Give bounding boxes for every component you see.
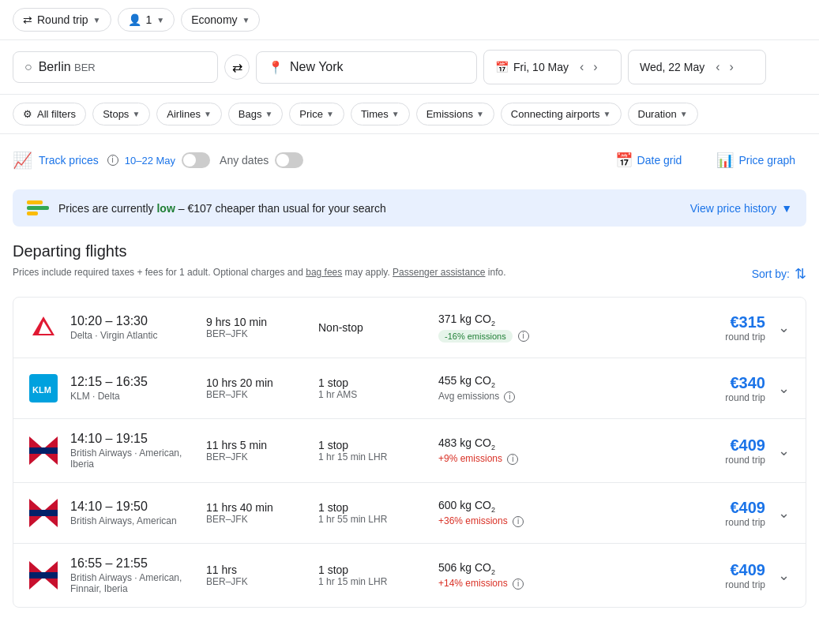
route-text: BER–JFK (206, 514, 309, 525)
times-chevron-icon: ▼ (392, 110, 400, 118)
expand-flight-button[interactable]: ⌄ (775, 501, 793, 525)
route-text: BER–JFK (206, 451, 309, 462)
flight-row[interactable]: 14:10 – 19:15 British Airways · American… (13, 419, 806, 483)
destination-input[interactable]: 📍 New York (256, 51, 477, 84)
person-icon: 👤 (128, 13, 141, 26)
return-date-input[interactable]: Wed, 22 May ‹ › (628, 50, 766, 84)
price-filter-label: Price (299, 108, 323, 120)
expand-flight-button[interactable]: ⌄ (775, 316, 793, 339)
flight-emissions: 455 kg CO2 Avg emissions i (438, 374, 565, 403)
flight-times: 14:10 – 19:15 British Airways · American… (70, 432, 197, 470)
trending-icon: 📈 (13, 151, 32, 170)
flight-emissions: 506 kg CO2 +14% emissions i (438, 561, 565, 590)
cabin-chevron-icon: ▼ (242, 16, 250, 24)
airline-logo (26, 310, 61, 345)
emissions-info-icon[interactable]: i (518, 331, 529, 342)
swap-icon: ⇄ (23, 13, 32, 26)
price-graph-label: Price graph (738, 154, 795, 167)
view-price-history-button[interactable]: View price history ▼ (690, 202, 792, 215)
emissions-info-icon[interactable]: i (504, 391, 515, 402)
flight-row[interactable]: 16:55 – 21:55 British Airways · American… (13, 544, 806, 607)
flight-row[interactable]: 10:20 – 13:30 Delta · Virgin Atlantic 9 … (13, 298, 806, 358)
airlines-filter-button[interactable]: Airlines ▼ (156, 103, 222, 125)
round-trip-button[interactable]: ⇄ Round trip ▼ (13, 8, 111, 32)
stops-filter-button[interactable]: Stops ▼ (92, 103, 150, 125)
emissions-badge: -16% emissions (438, 330, 513, 343)
flight-time-range: 10:20 – 13:30 (70, 314, 197, 328)
stops-text: 1 stop (318, 376, 429, 389)
any-dates-toggle[interactable] (275, 152, 303, 168)
emissions-high: +36% emissions i (438, 515, 565, 527)
duration-filter-label: Duration (638, 108, 677, 120)
price-amount: €315 (678, 313, 765, 331)
times-filter-button[interactable]: Times ▼ (351, 103, 410, 125)
connecting-airports-filter-label: Connecting airports (511, 108, 600, 120)
emissions-text: 483 kg CO2 (438, 436, 565, 451)
airline-name: British Airways · American, Iberia (70, 447, 197, 470)
layover-text: 1 hr 15 min LHR (318, 451, 429, 462)
airline-name: KLM · Delta (70, 391, 197, 402)
bag-fees-link[interactable]: bag fees (306, 267, 342, 278)
flight-row[interactable]: 14:10 – 19:50 British Airways, American … (13, 483, 806, 544)
depart-date-input[interactable]: 📅 Fri, 10 May ‹ › (483, 50, 622, 84)
emissions-info-icon[interactable]: i (513, 516, 524, 527)
depart-prev-button[interactable]: ‹ (577, 58, 587, 76)
swap-airports-button[interactable]: ⇄ (224, 54, 250, 80)
stops-text: 1 stop (318, 564, 429, 576)
price-indicator-icon (27, 200, 49, 215)
layover-text: 1 hr AMS (318, 389, 429, 400)
expand-flight-button[interactable]: ⌄ (775, 439, 793, 462)
price-graph-button[interactable]: 📊 Price graph (705, 145, 806, 175)
destination-value: New York (290, 60, 344, 74)
price-label: round trip (678, 392, 765, 403)
return-next-button[interactable]: › (727, 58, 737, 76)
departing-subtext: Prices include required taxes + fees for… (13, 267, 506, 278)
track-prices-toggle[interactable] (182, 152, 210, 168)
emissions-avg: Avg emissions i (438, 391, 565, 402)
passengers-chevron-icon: ▼ (156, 16, 164, 24)
layover-text: 1 hr 55 min LHR (318, 514, 429, 525)
flight-stops: 1 stop 1 hr 55 min LHR (318, 501, 429, 525)
expand-flight-button[interactable]: ⌄ (775, 564, 793, 587)
duration-filter-button[interactable]: Duration ▼ (628, 103, 698, 125)
passengers-button[interactable]: 👤 1 ▼ (118, 8, 175, 32)
destination-pin-icon: 📍 (268, 60, 284, 75)
price-filter-button[interactable]: Price ▼ (289, 103, 344, 125)
flight-time-range: 16:55 – 21:55 (70, 556, 197, 571)
depart-next-button[interactable]: › (590, 58, 600, 76)
co2-sub: 2 (491, 380, 495, 388)
connecting-airports-filter-button[interactable]: Connecting airports ▼ (501, 103, 622, 125)
emissions-info-icon[interactable]: i (507, 454, 518, 465)
flight-stops: 1 stop 1 hr AMS (318, 376, 429, 400)
stops-text: 1 stop (318, 501, 429, 514)
date-grid-button[interactable]: 📅 Date grid (604, 145, 693, 175)
passengers-label: 1 (146, 13, 152, 26)
sort-by-label: Sort by: (752, 268, 790, 280)
return-prev-button[interactable]: ‹ (712, 58, 723, 76)
track-info-icon[interactable]: i (107, 155, 118, 166)
emissions-filter-button[interactable]: Emissions ▼ (416, 103, 494, 125)
return-date-value: Wed, 22 May (640, 61, 704, 73)
emissions-info-icon[interactable]: i (513, 578, 524, 590)
price-amount: €409 (678, 436, 765, 455)
passenger-assistance-link[interactable]: Passenger assistance (393, 267, 485, 278)
bags-chevron-icon: ▼ (265, 110, 272, 118)
all-filters-button[interactable]: ⚙ All filters (13, 103, 86, 125)
flight-row[interactable]: KLM 12:15 – 16:35 KLM · Delta 10 hrs 20 … (13, 358, 806, 419)
flight-price: €315 round trip (678, 313, 765, 343)
sort-icon[interactable]: ⇅ (795, 265, 806, 283)
flight-stops: 1 stop 1 hr 15 min LHR (318, 439, 429, 462)
airline-name: Delta · Virgin Atlantic (70, 330, 197, 341)
price-banner-text: Prices are currently low – €107 cheaper … (58, 202, 386, 215)
trip-type-chevron-icon: ▼ (93, 16, 101, 24)
expand-flight-button[interactable]: ⌄ (775, 376, 793, 400)
bags-filter-button[interactable]: Bags ▼ (228, 103, 284, 125)
duration-text: 10 hrs 20 min (206, 376, 309, 389)
origin-input[interactable]: ○ Berlin BER (13, 51, 218, 83)
cabin-button[interactable]: Economy ▼ (181, 8, 260, 32)
flight-duration: 11 hrs 5 min BER–JFK (206, 439, 309, 462)
route-text: BER–JFK (206, 576, 309, 587)
duration-text: 11 hrs 5 min (206, 439, 309, 451)
sort-row: Sort by: ⇅ (752, 265, 806, 283)
airline-logo (26, 558, 61, 593)
